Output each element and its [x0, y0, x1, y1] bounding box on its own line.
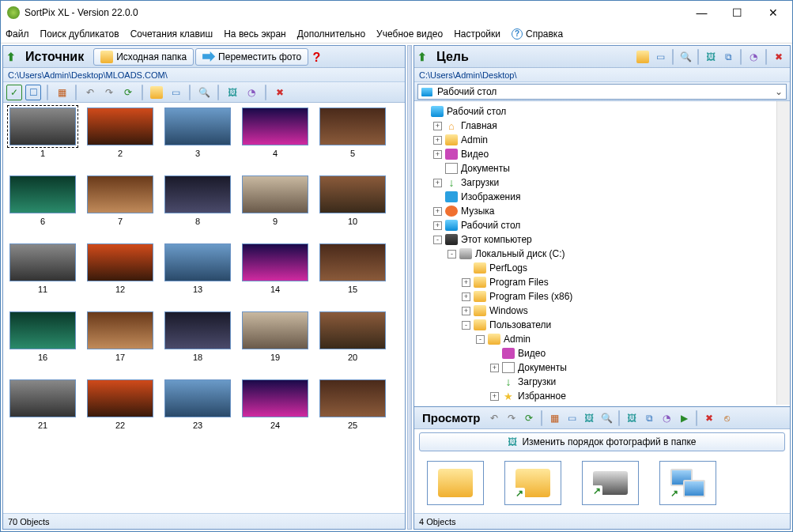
menu-shortcuts[interactable]: Сочетания клавиш: [130, 28, 213, 40]
undo-icon[interactable]: ↶: [486, 410, 502, 426]
pie-icon[interactable]: ◔: [659, 410, 674, 426]
tree-node[interactable]: -Локальный диск (C:): [416, 247, 775, 261]
delete-icon[interactable]: ✖: [771, 49, 787, 65]
search-icon[interactable]: 🔍: [599, 410, 614, 426]
menu-extras[interactable]: Дополнительно: [297, 28, 365, 40]
splitter[interactable]: [407, 45, 412, 530]
thumb-10[interactable]: 10: [318, 175, 387, 226]
edit-icon[interactable]: 🖼: [225, 85, 240, 100]
thumb-9[interactable]: 9: [240, 175, 310, 226]
menu-video[interactable]: Учебное видео: [376, 28, 443, 40]
new-folder-icon[interactable]: [149, 85, 164, 100]
thumb-20[interactable]: 20: [318, 311, 387, 362]
expand-icon[interactable]: +: [462, 292, 470, 301]
edit-icon[interactable]: 🖼: [703, 49, 719, 65]
thumb-1[interactable]: 1: [8, 108, 77, 158]
expand-icon[interactable]: +: [433, 150, 442, 159]
thumb-23[interactable]: 23: [163, 379, 232, 430]
thumb-19[interactable]: 19: [240, 311, 310, 362]
menu-help[interactable]: ? Справка: [512, 28, 563, 40]
tree-node[interactable]: +Рабочий стол: [416, 218, 775, 232]
tree-node[interactable]: +Admin: [416, 133, 775, 147]
edit-icon[interactable]: 🖼: [581, 410, 597, 426]
thumb-6[interactable]: 6: [8, 175, 77, 226]
image-icon[interactable]: 🖼: [624, 410, 640, 426]
preview-item-network-shortcut[interactable]: ↗: [659, 461, 716, 505]
tree-node[interactable]: +Видео: [416, 147, 775, 161]
thumb-18[interactable]: 18: [163, 311, 232, 362]
play-icon[interactable]: ▶: [676, 410, 692, 426]
thumb-7[interactable]: 7: [85, 175, 155, 226]
thumb-5[interactable]: 5: [318, 108, 387, 158]
tree-node[interactable]: Изображения: [416, 190, 775, 204]
thumb-22[interactable]: 22: [85, 379, 155, 430]
minimize-button[interactable]: —: [684, 2, 719, 24]
tree-node[interactable]: Видео: [416, 346, 775, 360]
tree-node[interactable]: +Музыка: [416, 204, 775, 218]
thumb-15[interactable]: 15: [318, 243, 387, 294]
target-location-combo[interactable]: Рабочий стол ⌄: [417, 84, 787, 100]
check-icon[interactable]: ✓: [6, 85, 22, 100]
move-photo-button[interactable]: Переместить фото: [195, 48, 308, 66]
menu-settings[interactable]: Настройки: [454, 28, 500, 40]
thumb-24[interactable]: 24: [240, 379, 310, 430]
expand-icon[interactable]: +: [433, 221, 442, 230]
expand-icon[interactable]: +: [462, 278, 470, 287]
thumb-12[interactable]: 12: [85, 243, 155, 294]
thumb-13[interactable]: 13: [163, 243, 232, 294]
pie-icon[interactable]: ◔: [244, 85, 259, 100]
expand-icon[interactable]: -: [462, 321, 470, 330]
expand-icon[interactable]: +: [490, 364, 499, 372]
thumb-14[interactable]: 14: [240, 243, 310, 294]
refresh-icon[interactable]: ⟳: [120, 85, 136, 100]
source-thumbnails[interactable]: 1234567891011121314151617181920212223242…: [3, 103, 405, 513]
up-icon[interactable]: ⬆: [6, 51, 16, 63]
folder-tree[interactable]: Рабочий стол+⌂Главная+Admin+ВидеоДокумен…: [414, 101, 776, 405]
undo-icon[interactable]: ↶: [82, 85, 98, 100]
menu-duplicates[interactable]: Поиск дубликатов: [40, 28, 119, 40]
preview-item-folder[interactable]: [427, 461, 484, 505]
copy-icon[interactable]: ⧉: [720, 49, 736, 65]
tree-node[interactable]: -Пользователи: [416, 318, 775, 332]
tree-node[interactable]: +Windows: [416, 304, 775, 318]
thumb-21[interactable]: 21: [8, 379, 77, 430]
tree-node[interactable]: +Program Files (x86): [416, 289, 775, 304]
change-order-button[interactable]: 🖼 Изменить порядок фотографий в папке: [419, 432, 785, 451]
thumbnails-icon[interactable]: ▦: [54, 85, 70, 100]
thumb-17[interactable]: 17: [85, 311, 155, 362]
exit-icon[interactable]: ⎋: [719, 410, 734, 426]
tree-node[interactable]: PerfLogs: [416, 261, 775, 275]
expand-icon[interactable]: -: [476, 335, 485, 344]
expand-icon[interactable]: +: [433, 122, 442, 130]
maximize-button[interactable]: ☐: [719, 2, 755, 24]
tree-node[interactable]: +★Избранное: [416, 389, 775, 403]
tree-node[interactable]: +Документы: [416, 360, 775, 375]
expand-icon[interactable]: +: [433, 179, 442, 187]
expand-icon[interactable]: +: [490, 392, 499, 401]
tree-node[interactable]: ↓Загрузки: [416, 375, 775, 389]
delete-icon[interactable]: ✖: [272, 85, 288, 100]
thumbnails-icon[interactable]: ▦: [546, 410, 562, 426]
menu-fullscreen[interactable]: На весь экран: [224, 28, 286, 40]
rename-icon[interactable]: ▭: [168, 85, 183, 100]
expand-icon[interactable]: +: [433, 136, 442, 145]
rename-icon[interactable]: ▭: [652, 49, 668, 65]
preview-item-drive-shortcut[interactable]: ↗: [582, 461, 639, 505]
uncheck-icon[interactable]: ☐: [25, 85, 41, 100]
search-icon[interactable]: 🔍: [678, 49, 693, 65]
up-icon[interactable]: ⬆: [417, 51, 427, 63]
thumb-4[interactable]: 4: [240, 108, 310, 158]
tree-node[interactable]: Рабочий стол: [416, 104, 775, 119]
tree-node[interactable]: -Этот компьютер: [416, 232, 775, 247]
tree-node[interactable]: +Program Files: [416, 275, 775, 289]
rename-icon[interactable]: ▭: [564, 410, 580, 426]
thumb-8[interactable]: 8: [163, 175, 232, 226]
delete-icon[interactable]: ✖: [701, 410, 717, 426]
expand-icon[interactable]: -: [447, 250, 456, 258]
tree-node[interactable]: -Admin: [416, 332, 775, 346]
close-button[interactable]: ✕: [755, 2, 791, 24]
thumb-25[interactable]: 25: [318, 379, 387, 430]
expand-icon[interactable]: -: [433, 236, 442, 244]
redo-icon[interactable]: ↷: [504, 410, 519, 426]
thumb-16[interactable]: 16: [8, 311, 77, 362]
